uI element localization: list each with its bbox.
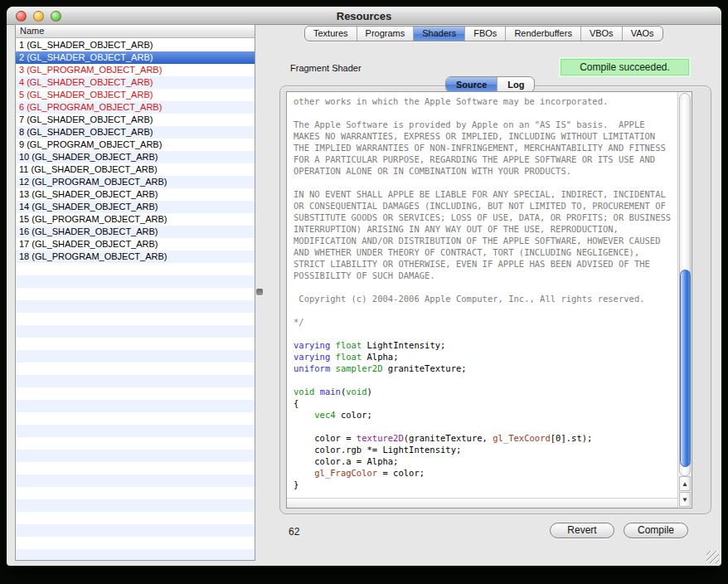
list-item[interactable]: 9 (GL_PROGRAM_OBJECT_ARB) xyxy=(16,139,255,151)
subtab-source[interactable]: Source xyxy=(446,77,497,92)
code-line: varying float Alpha; xyxy=(294,351,677,363)
tab-vbos[interactable]: VBOs xyxy=(581,27,623,41)
code-line xyxy=(294,177,677,188)
revert-button[interactable]: Revert xyxy=(550,523,614,538)
list-item[interactable]: 1 (GL_SHADER_OBJECT_ARB) xyxy=(16,39,255,51)
code-line: gl_FragColor = color; xyxy=(294,467,677,479)
list-item[interactable]: 18 (GL_PROGRAM_OBJECT_ARB) xyxy=(16,251,255,263)
list-item[interactable]: 15 (GL_PROGRAM_OBJECT_ARB) xyxy=(16,213,255,226)
code-line: varying float LightIntensity; xyxy=(294,339,677,351)
list-item[interactable]: 12 (GL_PROGRAM_OBJECT_ARB) xyxy=(16,176,255,188)
shader-source-editor[interactable]: other works in which the Apple Software … xyxy=(286,91,692,509)
line-count-label: 62 xyxy=(289,526,299,538)
scroll-up-button[interactable]: ▲ xyxy=(679,476,691,491)
tab-vaos[interactable]: VAOs xyxy=(623,27,662,41)
tab-renderbuffers[interactable]: Renderbuffers xyxy=(506,27,581,41)
name-column-header[interactable]: Name xyxy=(16,25,255,38)
tab-fbos[interactable]: FBOs xyxy=(465,27,506,41)
code-line: */ xyxy=(294,316,677,328)
code-line: MODIFICATION AND/OR DISTRIBUTION OF THE … xyxy=(294,235,677,246)
code-line: Copyright (c) 2004-2006 Apple Computer, … xyxy=(294,293,677,304)
code-line xyxy=(294,421,677,432)
tab-shaders[interactable]: Shaders xyxy=(414,27,465,41)
splitter-handle[interactable] xyxy=(256,289,263,295)
resource-list: Name 1 (GL_SHADER_OBJECT_ARB)2 (GL_SHADE… xyxy=(15,24,255,561)
title-bar[interactable]: Resources xyxy=(7,7,721,25)
compile-status-badge: Compile succeeded. xyxy=(561,59,689,75)
compile-button[interactable]: Compile xyxy=(624,523,688,538)
list-item[interactable]: 11 (GL_SHADER_OBJECT_ARB) xyxy=(16,163,255,176)
code-line: { xyxy=(294,397,677,409)
list-item[interactable]: 8 (GL_SHADER_OBJECT_ARB) xyxy=(16,126,255,139)
code-line: OPERATION ALONE OR IN COMBINATION WITH Y… xyxy=(294,165,677,177)
resize-grip-icon[interactable] xyxy=(706,551,719,563)
shader-type-label: Fragment Shader xyxy=(290,63,362,73)
list-item[interactable]: 7 (GL_SHADER_OBJECT_ARB) xyxy=(16,114,255,126)
code-line: SUBSTITUTE GOODS OR SERVICES; LOSS OF US… xyxy=(294,212,677,223)
list-item[interactable]: 2 (GL_SHADER_OBJECT_ARB) xyxy=(16,51,255,64)
resources-window: Resources Name 1 (GL_SHADER_OBJECT_ARB)2… xyxy=(7,7,721,566)
code-line: THE IMPLIED WARRANTIES OF NON-INFRINGEME… xyxy=(294,142,677,153)
subtab-log[interactable]: Log xyxy=(497,77,534,92)
scroll-down-button[interactable]: ▼ xyxy=(679,492,691,507)
scrollbar-thumb[interactable] xyxy=(680,270,691,467)
code-line: color.a = Alpha; xyxy=(294,455,677,467)
code-line xyxy=(294,304,677,316)
code-line: uniform sampler2D graniteTexture; xyxy=(294,363,677,374)
list-item[interactable]: 16 (GL_SHADER_OBJECT_ARB) xyxy=(16,226,255,238)
source-log-tabs: SourceLog xyxy=(445,76,535,93)
code-line: void main(void) xyxy=(294,386,677,397)
code-line: POSSIBILITY OF SUCH DAMAGE. xyxy=(294,270,677,281)
horizontal-scrollbar-track[interactable] xyxy=(287,498,677,508)
code-line: vec4 color; xyxy=(294,409,677,421)
list-item[interactable]: 13 (GL_SHADER_OBJECT_ARB) xyxy=(16,188,255,201)
list-item[interactable]: 6 (GL_PROGRAM_OBJECT_ARB) xyxy=(16,101,255,114)
code-line xyxy=(294,281,677,293)
code-line xyxy=(294,328,677,339)
list-item[interactable]: 10 (GL_SHADER_OBJECT_ARB) xyxy=(16,151,255,163)
code-line: color = texture2D(graniteTexture, gl_Tex… xyxy=(294,432,677,444)
code-line: other works in which the Apple Software … xyxy=(294,95,677,107)
code-line: OR CONSEQUENTIAL DAMAGES (INCLUDING, BUT… xyxy=(294,200,677,212)
code-line xyxy=(294,107,677,119)
code-line xyxy=(294,374,677,386)
code-line: color.rgb *= LightIntensity; xyxy=(294,444,677,455)
resource-type-tabs: TexturesProgramsShadersFBOsRenderbuffers… xyxy=(304,26,663,41)
list-item[interactable]: 14 (GL_SHADER_OBJECT_ARB) xyxy=(16,201,255,213)
code-line: FOR A PARTICULAR PURPOSE, REGARDING THE … xyxy=(294,153,677,165)
list-item[interactable]: 3 (GL_PROGRAM_OBJECT_ARB) xyxy=(16,64,255,76)
vertical-scrollbar[interactable]: ▲ ▼ xyxy=(677,92,692,508)
code-line: } xyxy=(294,479,677,490)
code-line: MAKES NO WARRANTIES, EXPRESS OR IMPLIED,… xyxy=(294,130,677,142)
code-line: STRICT LIABILITY OR OTHERWISE, EVEN IF A… xyxy=(294,258,677,270)
list-item[interactable]: 17 (GL_SHADER_OBJECT_ARB) xyxy=(16,238,255,251)
list-item[interactable]: 5 (GL_SHADER_OBJECT_ARB) xyxy=(16,89,255,101)
resource-list-rows[interactable]: 1 (GL_SHADER_OBJECT_ARB)2 (GL_SHADER_OBJ… xyxy=(16,39,255,560)
list-item[interactable]: 4 (GL_SHADER_OBJECT_ARB) xyxy=(16,76,255,89)
code-line: INTERRUPTION) ARISING IN ANY WAY OUT OF … xyxy=(294,223,677,235)
code-line: AND WHETHER UNDER THEORY OF CONTRACT, TO… xyxy=(294,246,677,258)
tab-programs[interactable]: Programs xyxy=(357,27,415,41)
code-line: The Apple Software is provided by Apple … xyxy=(294,119,677,130)
shader-source-text[interactable]: other works in which the Apple Software … xyxy=(287,92,677,498)
code-line: IN NO EVENT SHALL APPLE BE LIABLE FOR AN… xyxy=(294,188,677,200)
tab-textures[interactable]: Textures xyxy=(305,27,357,41)
window-title: Resources xyxy=(7,10,721,22)
